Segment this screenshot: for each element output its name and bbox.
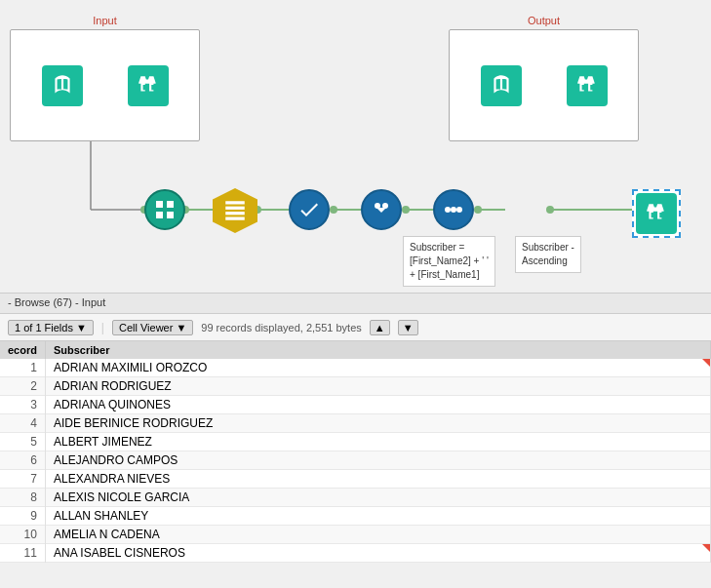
record-id: 6 [0,451,45,470]
output-book-node[interactable] [481,65,522,106]
subscriber-name: ADRIAN RODRIGUEZ [45,377,710,396]
svg-point-30 [382,203,388,209]
record-id: 8 [0,489,45,507]
subscriber-name: AMELIA N CADENA [45,526,710,544]
col-subscriber: Subscriber [45,341,710,359]
subscriber-name: ALEXIS NICOLE GARCIA [45,489,710,507]
record-id: 10 [0,526,45,544]
sort-desc-button[interactable]: ▼ [398,320,418,335]
subscriber-name: AIDE BERINICE RODRIGUEZ [45,414,710,433]
svg-rect-23 [156,212,163,218]
browse-title: - Browse (67) - Input [8,296,105,308]
table-row: 1ADRIAN MAXIMILI OROZCO [0,359,711,377]
table-row: 5ALBERT JIMENEZ [0,433,711,451]
svg-rect-26 [225,207,245,210]
table-row: 11ANA ISABEL CISNEROS [0,544,711,563]
record-id: 4 [0,414,45,433]
output-browse-node[interactable] [567,65,608,106]
input-box: Input [10,29,200,141]
svg-point-32 [451,207,456,213]
input-book-node[interactable] [42,65,83,106]
svg-rect-25 [225,201,245,204]
record-id: 9 [0,507,45,526]
input-browse-node[interactable] [128,65,169,106]
browse-table: ecord Subscriber 1ADRIAN MAXIMILI OROZCO… [0,341,711,563]
subscriber-name: ALEXANDRA NIEVES [45,470,710,489]
table-row: 3ADRIANA QUINONES [0,396,711,414]
sort-tooltip: Subscriber - Ascending [515,236,581,273]
col-record: ecord [0,341,45,359]
svg-point-33 [456,207,462,213]
svg-rect-24 [167,212,174,218]
output-box: Output [449,29,639,141]
records-info: 99 records displayed, 2,551 bytes [201,322,362,333]
svg-rect-28 [225,217,245,220]
flag-indicator [702,544,710,552]
pipeline-node-3[interactable] [289,189,330,230]
table-row: 6ALEJANDRO CAMPOS [0,451,711,470]
record-id: 3 [0,396,45,414]
chevron-down-icon: ▼ [176,322,186,333]
workflow-canvas: Input Output [0,0,711,293]
chevron-down-icon: ▼ [76,322,87,333]
table-row: 4AIDE BERINICE RODRIGUEZ [0,414,711,433]
browse-toolbar: 1 of 1 Fields ▼ | Cell Viewer ▼ 99 recor… [0,314,711,341]
subscriber-name: ANA ISABEL CISNEROS [45,544,710,563]
table-row: 10AMELIA N CADENA [0,526,711,544]
pipeline-node-5[interactable] [433,189,474,230]
svg-rect-22 [167,201,174,208]
pipeline-node-6[interactable] [632,189,681,238]
table-row: 2ADRIAN RODRIGUEZ [0,377,711,396]
svg-point-13 [402,206,410,214]
browse-header: - Browse (67) - Input [0,293,711,314]
subscriber-name: ADRIAN MAXIMILI OROZCO [45,359,710,377]
record-id: 5 [0,433,45,451]
flag-indicator [702,359,710,367]
svg-rect-21 [156,201,163,208]
pipeline-node-4[interactable] [361,189,402,230]
svg-point-29 [375,203,380,209]
svg-point-31 [445,207,451,213]
record-id: 2 [0,377,45,396]
table-row: 7ALEXANDRA NIEVES [0,470,711,489]
svg-rect-27 [225,212,245,215]
subscriber-name: ALLAN SHANLEY [45,507,710,526]
sort-asc-button[interactable]: ▲ [370,320,390,335]
subscriber-name: ADRIANA QUINONES [45,396,710,414]
formula-tooltip: Subscriber = [First_Name2] + ' ' + [Firs… [403,236,495,287]
output-label: Output [528,15,560,26]
cell-viewer-button[interactable]: Cell Viewer ▼ [112,320,193,335]
record-id: 7 [0,470,45,489]
browse-table-container[interactable]: ecord Subscriber 1ADRIAN MAXIMILI OROZCO… [0,341,711,563]
record-id: 11 [0,544,45,563]
subscriber-name: ALEJANDRO CAMPOS [45,451,710,470]
input-label: Input [93,15,116,26]
table-row: 9ALLAN SHANLEY [0,507,711,526]
table-row: 8ALEXIS NICOLE GARCIA [0,489,711,507]
subscriber-name: ALBERT JIMENEZ [45,433,710,451]
fields-button[interactable]: 1 of 1 Fields ▼ [8,320,94,335]
svg-point-15 [546,206,554,214]
svg-point-14 [474,206,482,214]
pipeline-node-1[interactable] [144,189,185,230]
pipeline-node-2[interactable] [213,188,257,233]
record-id: 1 [0,359,45,377]
svg-point-12 [330,206,337,214]
